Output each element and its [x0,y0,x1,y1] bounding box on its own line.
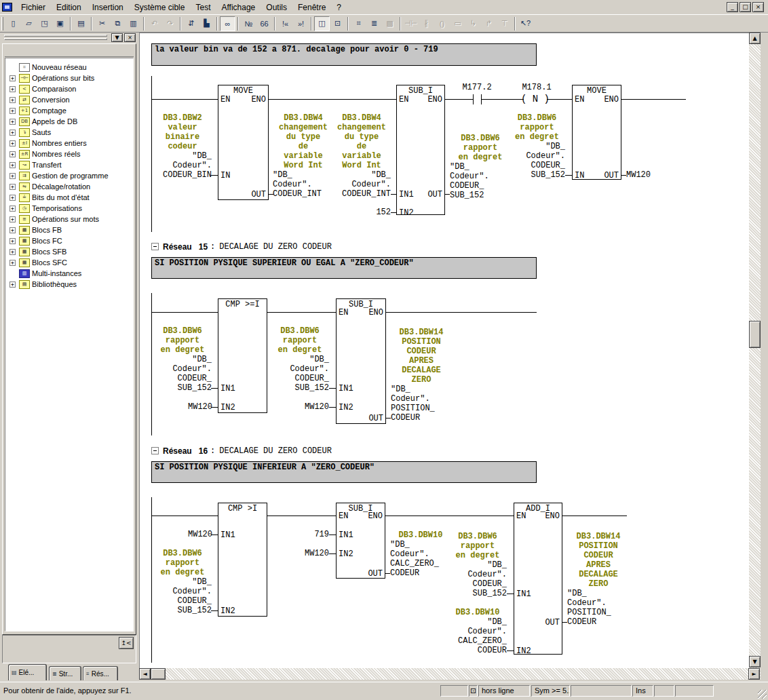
tree-item-operations-sur-bits[interactable]: +⊣⊢Opérations sur bits [5,73,133,83]
new-button[interactable]: ▯ [5,16,21,31]
network-16-header[interactable]: Réseau 16 : DECALAGE DU ZERO CODEUR [151,446,531,456]
close-button[interactable]: × [752,2,764,12]
paste-button[interactable]: ▥ [126,16,141,31]
expand-box[interactable]: + [9,151,16,157]
add-i-block[interactable]: ADD_I EN ENO IN1 IN2 OUT [514,503,562,655]
scroll-down-button[interactable]: ▼ [749,656,761,667]
tree-item-sauts[interactable]: +↴Sauts [5,127,133,138]
tree-item-appels-de-db[interactable]: +DBAppels de DB [5,116,133,127]
expand-box[interactable]: + [9,119,16,125]
catalog-close-button[interactable]: × [124,33,136,42]
operand-position-codeur-dest[interactable]: DB3.DBW14 POSITION CODEUR APRES DECALAGE… [567,532,630,627]
operand-sub152-src[interactable]: DB3.DBW6 rapport en degret "DB_ Codeur".… [448,532,507,598]
ladder-canvas[interactable]: la valeur bin va de 152 a 871. decalage … [139,33,749,668]
catalog-toggle-button[interactable]: ◫ [314,16,330,31]
tree-item-operations-sur-mots[interactable]: +≡Opérations sur mots [5,214,133,225]
menu-outils[interactable]: Outils [261,1,292,14]
expand-box[interactable]: + [9,216,16,222]
operand-sub152-src[interactable]: DB3.DBW6 rapport en degret "DB_ Codeur".… [153,549,212,615]
download-button[interactable]: ⇵ [183,16,199,31]
expand-box[interactable]: + [9,75,16,81]
expand-box[interactable]: + [9,281,16,288]
app-icon[interactable] [2,3,12,12]
save-button[interactable]: ▣ [52,16,68,31]
tree-item-transfert[interactable]: +↝Transfert [5,159,133,170]
cmp-ge-block[interactable]: CMP >=I IN1 IN2 [218,298,267,413]
move-block-2[interactable]: MOVE EN ENO IN OUT [572,85,621,180]
tab-elements[interactable]: ▤Elé... [8,664,47,680]
menu-systeme-cible[interactable]: Système cible [129,1,191,14]
help-button[interactable]: ↖? [518,16,533,31]
expand-box[interactable]: + [9,260,16,266]
operand-codeur-int-src[interactable]: DB3.DBW4 changement du type de variable … [332,113,391,199]
cmp-gt-block[interactable]: CMP >I IN1 IN2 [218,503,267,617]
new-network-button[interactable]: ⌗ [351,16,366,31]
expand-box[interactable]: + [9,184,16,190]
expand-box[interactable]: + [9,140,16,147]
menu-edition[interactable]: Edition [51,1,87,14]
open-online-button[interactable]: ◳ [37,16,52,31]
accessible-blocks-button[interactable]: ▙ [199,16,214,31]
catalog-grip-bar[interactable]: ▼ × [0,33,138,43]
tree-item-blocs-fb[interactable]: +▦Blocs FB [5,225,133,235]
operand-mw120[interactable]: MW120 [297,402,329,412]
scroll-right-button[interactable]: ► [748,668,760,680]
menu-test[interactable]: Test [190,1,216,14]
maximize-button[interactable]: □ [740,2,751,12]
horizontal-scrollbar[interactable]: ◄ ► [139,668,761,680]
toolbar-grip[interactable] [1,17,3,31]
menu-fichier[interactable]: Fichier [16,1,51,14]
element-tree[interactable]: ⌗Nouveau réseau +⊣⊢Opérations sur bits +… [5,58,134,631]
tree-item-bibliotheques[interactable]: +▤Bibliothèques [5,279,133,290]
overview-button[interactable]: ⊡ [330,16,345,31]
sub-i-block-2[interactable]: SUB_I EN ENO IN1 IN2 OUT [336,298,386,424]
operand-mw120[interactable]: MW120 [297,549,329,558]
catalog-drop-button[interactable]: ▼ [111,33,123,42]
operand-mw120[interactable]: MW120 [180,402,212,412]
expand-box[interactable]: + [9,108,16,114]
operand-calc-zero-dest[interactable]: DB3.DBW10 "DB_ Codeur". CALC_ZERO_ CODEU… [390,530,451,578]
tree-item-nombres-reels[interactable]: +±RNombres réels [5,149,133,159]
menu-affichage[interactable]: Affichage [216,1,261,14]
contact-no-symbol[interactable] [473,94,474,104]
expand-box[interactable]: + [9,173,16,179]
collapse-icon[interactable] [151,243,159,250]
sub-i-block-1[interactable]: SUB_I EN ENO IN1 IN2 OUT [396,85,445,215]
resize-grip[interactable] [758,690,767,699]
vertical-scroll-thumb[interactable] [749,321,761,348]
expand-box[interactable]: + [9,195,16,201]
operand-codeur-bin[interactable]: DB3.DBW2 valeur binaire codeur "DB_ Code… [153,113,212,180]
tree-item-blocs-fc[interactable]: +▦Blocs FC [5,235,133,246]
horizontal-scroll-thumb[interactable] [151,668,166,680]
detail-view-button[interactable]: ↥< [119,637,134,649]
operand-mw120[interactable]: MW120 [626,170,659,180]
network-15-header[interactable]: Réseau 15 : DECALAGE DU ZERO CODEUR [151,241,531,252]
tab-resume[interactable]: ≡Rés... [83,666,118,680]
goto-previous-error-button[interactable]: !« [277,16,293,31]
operand-sub152-src[interactable]: DB3.DBW6 rapport en degret "DB_ Codeur".… [271,326,329,393]
operand-sub152-src[interactable]: DB3.DBW6 rapport en degret "DB_ Codeur".… [153,326,212,393]
menu-help[interactable]: ? [331,1,347,14]
monitor-button[interactable]: ∞ [220,16,235,31]
tree-item-multi-instances[interactable]: ▥Multi-instances [5,268,133,279]
negative-edge-coil[interactable]: ( N ) [521,94,550,104]
print-button[interactable]: ▤ [73,16,89,31]
goto-next-error-button[interactable]: »! [293,16,309,31]
symbol-information-button[interactable]: 66 [256,16,272,31]
tree-item-blocs-sfc[interactable]: +▦Blocs SFC [5,257,133,268]
tree-item-temporisations[interactable]: +◷Temporisations [5,203,133,214]
expand-box[interactable]: + [9,162,16,168]
tree-item-blocs-sfb[interactable]: +▦Blocs SFB [5,246,133,257]
operand-codeur-int-dest[interactable]: DB3.DBW4 changement du type de variable … [273,113,334,199]
cut-button[interactable]: ✂ [94,16,110,31]
expand-box[interactable]: + [9,249,16,255]
collapse-icon[interactable] [151,447,159,454]
network-15-comment[interactable]: SI POSITION PYSIQUE SUPERIEUR OU EGAL A … [151,257,537,279]
tree-item-conversion[interactable]: +⇄Conversion [5,94,133,105]
vertical-scrollbar[interactable]: ▲ ▼ [749,33,761,668]
operand-mw120[interactable]: MW120 [180,530,212,539]
scroll-left-button[interactable]: ◄ [139,668,151,680]
operand-position-codeur-dest[interactable]: DB3.DBW14 POSITION CODEUR APRES DECALAGE… [391,328,452,423]
scroll-up-button[interactable]: ▲ [749,33,761,44]
open-button[interactable]: ▱ [21,16,37,31]
